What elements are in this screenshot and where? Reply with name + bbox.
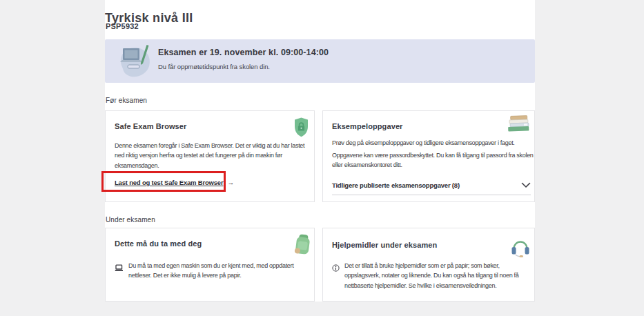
subject-code: PSP5932 <box>106 22 139 30</box>
divider <box>332 195 531 195</box>
card-eksempeloppgaver: Eksempeloppgaver Prøv deg på eksempelopp… <box>322 110 535 202</box>
card-title: Dette må du ta med deg <box>115 239 202 248</box>
link-label: Last ned og test Safe Exam Browser <box>115 179 223 186</box>
exam-meeting-time-text: Du får oppmøtetidspunkt fra skolen din. <box>158 63 270 70</box>
laptop-pencil-icon <box>112 41 155 83</box>
accordion-label: Tidligere publiserte eksamensoppgaver (8… <box>332 181 460 189</box>
card-body-text: Denne eksamen foregår i Safe Exam Browse… <box>115 141 309 170</box>
arrow-right-icon: → <box>227 179 233 186</box>
previous-exams-accordion[interactable]: Tidligere publiserte eksamensoppgaver (8… <box>332 179 531 191</box>
headset-icon <box>511 237 530 261</box>
section-label-during-exam: Under eksamen <box>106 216 155 224</box>
card-bring-with-you: Dette må du ta med deg Du må ta med egen… <box>105 228 315 302</box>
bring-with-you-text: Du må ta med egen maskin som du er kjent… <box>128 261 309 281</box>
section-label-before-exam: Før eksamen <box>106 97 147 104</box>
aids-info-text: Det er tillatt å bruke hjelpemidler som … <box>344 261 534 290</box>
shield-lock-icon <box>293 117 309 141</box>
backpack-icon <box>293 233 313 260</box>
exam-info-banner: Eksamen er 19. november kl. 09:00-14:00 … <box>105 39 535 83</box>
download-seb-link[interactable]: Last ned og test Safe Exam Browser→ <box>115 179 234 186</box>
card-hjelpemidler: Hjelpemidler under eksamen Det er tillat… <box>322 228 535 302</box>
laptop-icon <box>115 262 124 275</box>
info-icon <box>332 262 340 275</box>
card-paragraph: Prøv deg på eksempeloppgaver og tidliger… <box>332 138 534 148</box>
card-title: Safe Exam Browser <box>115 122 186 130</box>
chevron-down-icon <box>521 179 531 191</box>
exam-date-text: Eksamen er 19. november kl. 09:00-14:00 <box>158 48 329 57</box>
card-title: Hjelpemidler under eksamen <box>332 241 437 249</box>
card-title: Eksempeloppgaver <box>332 122 402 130</box>
card-paragraph: Oppgavene kan være passordbeskyttet. Du … <box>332 150 534 170</box>
content-panel: Tyrkisk nivå III PSP5932 Eksamen er 19. … <box>105 0 535 302</box>
books-icon <box>505 114 531 137</box>
card-safe-exam-browser: Safe Exam Browser Denne eksamen foregår … <box>105 110 315 202</box>
